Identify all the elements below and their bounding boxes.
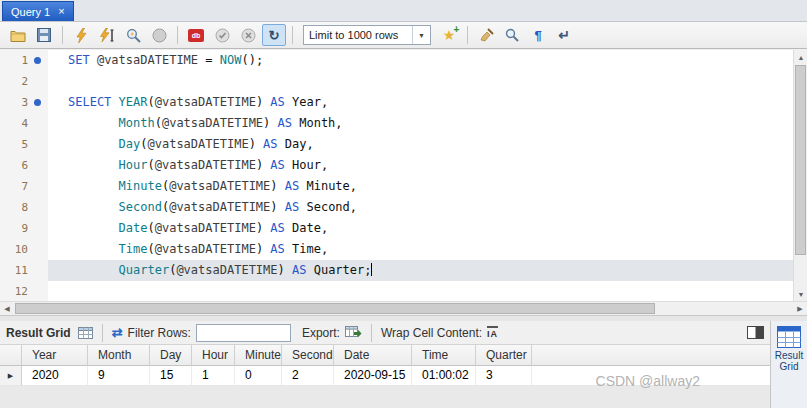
column-header[interactable]: Second bbox=[282, 345, 334, 366]
execute-button[interactable] bbox=[69, 24, 93, 46]
beautify-button[interactable] bbox=[474, 24, 498, 46]
refresh-arrows-icon[interactable]: ⇄ bbox=[112, 325, 123, 340]
commit-check-icon bbox=[215, 28, 230, 43]
editor-line[interactable]: 8 Second(@vatsaDATETIME) AS Second, bbox=[0, 197, 793, 218]
filter-rows-input[interactable] bbox=[196, 324, 291, 342]
mysql-workbench-query-window: Query 1 × db bbox=[0, 0, 807, 408]
export-icon[interactable] bbox=[345, 326, 362, 339]
rollback-x-icon bbox=[241, 28, 256, 43]
header-gutter-cell bbox=[0, 345, 22, 366]
result-grid: YearMonthDayHourMinuteSecondDateTimeQuar… bbox=[0, 345, 770, 408]
line-gutter: 5 bbox=[0, 134, 48, 155]
wrap-return-icon: ↵ bbox=[558, 27, 570, 43]
editor-line[interactable]: 5 Day(@vatsaDATETIME) AS Day, bbox=[0, 134, 793, 155]
autocommit-toggle[interactable]: ↻ bbox=[262, 24, 286, 46]
scroll-right-icon[interactable]: ▶ bbox=[793, 302, 807, 316]
search-icon bbox=[505, 28, 519, 42]
column-header[interactable]: Year bbox=[22, 345, 88, 366]
sidebar-item-result-grid[interactable]: Result Grid bbox=[772, 326, 806, 372]
line-number: 3 bbox=[0, 92, 28, 113]
vertical-scroll-thumb[interactable] bbox=[795, 65, 806, 255]
line-gutter: 8 bbox=[0, 197, 48, 218]
stop-on-error-toggle[interactable]: db bbox=[184, 24, 208, 46]
column-header[interactable]: Quarter bbox=[476, 345, 532, 366]
horizontal-scroll-thumb[interactable] bbox=[15, 303, 655, 314]
scroll-left-icon[interactable]: ◀ bbox=[0, 302, 14, 316]
wrap-cell-content-icon[interactable]: IA bbox=[487, 326, 498, 339]
tab-label: Query 1 bbox=[11, 6, 50, 18]
code-text: Hour(@vatsaDATETIME) AS Hour, bbox=[48, 155, 793, 176]
editor-line[interactable]: 9 Date(@vatsaDATETIME) AS Date, bbox=[0, 218, 793, 239]
editor-vertical-scrollbar[interactable]: ▲ ▼ bbox=[793, 50, 807, 301]
toggle-invisibles-button[interactable]: ¶ bbox=[526, 24, 550, 46]
close-tab-icon[interactable]: × bbox=[58, 6, 64, 17]
lightning-icon bbox=[75, 28, 87, 43]
row-marker-icon[interactable]: ▶ bbox=[0, 366, 22, 386]
open-file-button[interactable] bbox=[6, 24, 30, 46]
line-gutter: 2 bbox=[0, 71, 48, 92]
code-text: Month(@vatsaDATETIME) AS Month, bbox=[48, 113, 793, 134]
scroll-down-icon[interactable]: ▼ bbox=[794, 287, 807, 301]
wrap-text-button[interactable]: ↵ bbox=[552, 24, 576, 46]
line-gutter: 7 bbox=[0, 176, 48, 197]
toolbar-separator bbox=[467, 26, 468, 44]
column-header[interactable]: Month bbox=[88, 345, 150, 366]
column-header[interactable]: Date bbox=[334, 345, 412, 366]
editor-line[interactable]: 6 Hour(@vatsaDATETIME) AS Hour, bbox=[0, 155, 793, 176]
scroll-up-icon[interactable]: ▲ bbox=[794, 50, 807, 64]
column-header[interactable]: Day bbox=[150, 345, 192, 366]
stop-on-error-icon: db bbox=[188, 29, 204, 42]
line-gutter: 11 bbox=[0, 260, 48, 281]
toolbar-separator bbox=[62, 26, 63, 44]
editor-line[interactable]: 7 Minute(@vatsaDATETIME) AS Minute, bbox=[0, 176, 793, 197]
limit-rows-dropdown[interactable]: Limit to 1000 rows ▼ bbox=[303, 25, 431, 45]
stop-button[interactable] bbox=[147, 24, 171, 46]
column-header[interactable]: Hour bbox=[192, 345, 235, 366]
add-favorite-button[interactable]: ★+ bbox=[437, 24, 461, 46]
table-cell[interactable]: 3 bbox=[476, 366, 532, 386]
execute-statement-button[interactable] bbox=[95, 24, 119, 46]
explain-button[interactable] bbox=[121, 24, 145, 46]
result-grid-panel-icon bbox=[777, 326, 801, 348]
tab-query-1[interactable]: Query 1 × bbox=[2, 1, 74, 21]
editor-line[interactable]: 1SET @vatsaDATETIME = NOW(); bbox=[0, 50, 793, 71]
table-cell[interactable]: 2020-09-15 bbox=[334, 366, 412, 386]
editor-line[interactable]: 2 bbox=[0, 71, 793, 92]
line-gutter: 10 bbox=[0, 239, 48, 260]
rollback-button[interactable] bbox=[236, 24, 260, 46]
save-button[interactable] bbox=[32, 24, 56, 46]
column-header[interactable]: Time bbox=[412, 345, 476, 366]
header-filler bbox=[532, 345, 770, 366]
line-number: 7 bbox=[0, 176, 28, 197]
code-text: Quarter(@vatsaDATETIME) AS Quarter; bbox=[48, 260, 793, 281]
code-text: Second(@vatsaDATETIME) AS Second, bbox=[48, 197, 793, 218]
pilcrow-icon: ¶ bbox=[534, 28, 541, 43]
table-cell[interactable]: 01:00:02 bbox=[412, 366, 476, 386]
sql-editor[interactable]: 1SET @vatsaDATETIME = NOW();23SELECT YEA… bbox=[0, 50, 793, 302]
line-gutter: 9 bbox=[0, 218, 48, 239]
editor-line[interactable]: 10 Time(@vatsaDATETIME) AS Time, bbox=[0, 239, 793, 260]
lightning-cursor-icon bbox=[99, 28, 115, 43]
panel-toggle-icon[interactable] bbox=[747, 326, 764, 339]
column-header[interactable]: Minute bbox=[235, 345, 282, 366]
find-button[interactable] bbox=[500, 24, 524, 46]
editor-line[interactable]: 11 Quarter(@vatsaDATETIME) AS Quarter; bbox=[0, 260, 793, 281]
broom-icon bbox=[479, 28, 494, 43]
code-text: Date(@vatsaDATETIME) AS Date, bbox=[48, 218, 793, 239]
table-cell[interactable]: 1 bbox=[192, 366, 235, 386]
editor-horizontal-scrollbar[interactable]: ◀ ▶ bbox=[0, 301, 807, 315]
editor-toolbar: db ↻ Limit to 1000 rows ▼ ★+ ¶ ↵ bbox=[0, 22, 807, 49]
commit-button[interactable] bbox=[210, 24, 234, 46]
table-cell[interactable]: 2 bbox=[282, 366, 334, 386]
editor-line[interactable]: 4 Month(@vatsaDATETIME) AS Month, bbox=[0, 113, 793, 134]
line-number: 8 bbox=[0, 197, 28, 218]
table-cell[interactable]: 9 bbox=[88, 366, 150, 386]
table-cell[interactable]: 2020 bbox=[22, 366, 88, 386]
editor-line[interactable]: 3SELECT YEAR(@vatsaDATETIME) AS Year, bbox=[0, 92, 793, 113]
editor-line[interactable]: 12 bbox=[0, 281, 793, 302]
table-cell[interactable]: 0 bbox=[235, 366, 282, 386]
code-text bbox=[48, 281, 793, 302]
line-number: 10 bbox=[0, 239, 28, 260]
line-gutter: 3 bbox=[0, 92, 48, 113]
table-cell[interactable]: 15 bbox=[150, 366, 192, 386]
